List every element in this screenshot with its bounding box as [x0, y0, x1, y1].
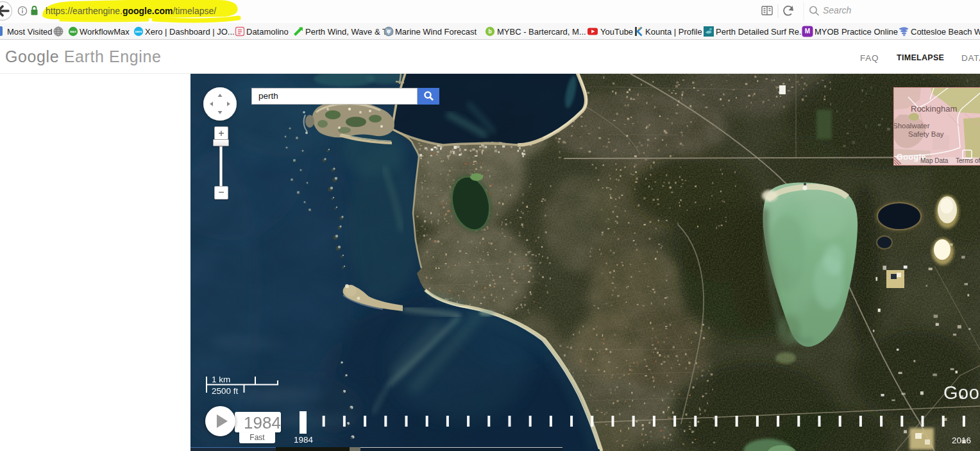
svg-text:M: M [805, 28, 810, 35]
svg-text:Terms of: Terms of [956, 157, 980, 164]
svg-text:Shoalwater: Shoalwater [894, 122, 930, 130]
svg-text:xero: xero [135, 30, 142, 33]
svg-text:Rockingham: Rockingham [911, 104, 957, 114]
svg-text:MAX: MAX [70, 30, 76, 33]
svg-text:b: b [488, 28, 491, 35]
svg-text:Safety Bay: Safety Bay [908, 130, 944, 138]
svg-text:Map Data: Map Data [920, 157, 949, 164]
